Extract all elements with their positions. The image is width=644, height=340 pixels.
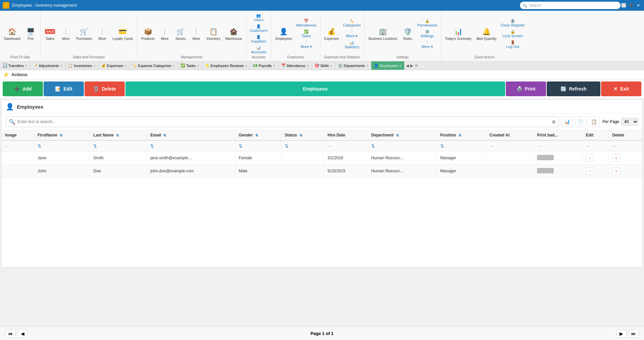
col-gender[interactable]: Gender ⇅ — [235, 130, 281, 140]
ribbon-btn-warehouse[interactable]: 🏚️ Warehouse — [223, 25, 244, 42]
delete-button[interactable]: 🗑️ Delete — [85, 81, 125, 96]
filter-firstname[interactable]: ⇅ — [34, 140, 90, 152]
first-page-button[interactable]: ⏮ — [5, 329, 15, 338]
per-page-select[interactable]: 40 20 100 — [621, 118, 638, 125]
row-edit-button[interactable]: › — [586, 167, 594, 175]
row-delete-button[interactable]: × — [612, 167, 620, 175]
ribbon-btn-business-locations[interactable]: 🏢 Business Locations — [367, 25, 399, 42]
export-pdf[interactable]: 📄 — [575, 116, 586, 127]
ribbon-btn-suppliers[interactable]: 👤 Suppliers — [249, 34, 269, 44]
ribbon-btn-expenses[interactable]: 💰 Expenses — [322, 25, 341, 42]
ribbon-btn-pos[interactable]: 🖥️ Pos — [23, 25, 38, 42]
tab-close-expense-categories[interactable]: × — [173, 64, 175, 68]
ribbon-btn-tasks[interactable]: ✅ Tasks — [294, 29, 318, 39]
ribbon-btn-permissions[interactable]: 🔒 Permissions — [416, 18, 439, 28]
ribbon-btn-inventory[interactable]: 📋 Inventory — [205, 25, 222, 42]
row-delete-button[interactable]: × — [612, 154, 620, 162]
tab-transfers[interactable]: 🔄 Transfers × — [0, 61, 30, 70]
search-clear-icon[interactable]: ⊗ — [552, 119, 556, 124]
ribbon-btn-more-stocks[interactable]: ⋮ More — [189, 25, 204, 42]
ribbon-btn-accounts[interactable]: 📊 Accounts — [249, 45, 269, 55]
ribbon-btn-more-settings[interactable]: ⋮ More ▾ — [416, 40, 439, 50]
tab-attendance[interactable]: 📅 Attendance × — [278, 61, 312, 70]
ribbon-btn-products[interactable]: 📦 Products — [139, 25, 156, 42]
tabs-scroll-right[interactable]: ▶ — [410, 63, 413, 68]
tab-close-skills[interactable]: × — [330, 64, 332, 68]
ribbon-btn-stocks[interactable]: 🛒 Stocks — [173, 25, 188, 42]
ribbon-btn-lock-screen[interactable]: 🔒 Lock Screen — [499, 29, 526, 39]
close-icon[interactable]: ✕ — [635, 2, 641, 8]
tab-close-tasks[interactable]: × — [197, 64, 199, 68]
ribbon-btn-settings[interactable]: ⚙️ Settings — [416, 29, 439, 39]
tab-expenses[interactable]: 💰 Expenses × — [99, 61, 130, 70]
filter-email[interactable]: ⇅ — [147, 140, 235, 152]
ribbon-btn-more-products[interactable]: ⋮ More — [157, 25, 172, 42]
ribbon-btn-todays-summary[interactable]: 📊 Today's Summary — [443, 25, 474, 42]
print-button[interactable]: 🖨️ Print — [506, 81, 546, 96]
ribbon-btn-statistics[interactable]: 📊 Statistics — [341, 40, 362, 50]
ribbon-btn-purchases[interactable]: 🛒 Purchases — [74, 25, 94, 42]
filter-lastname[interactable]: ⇅ — [90, 140, 147, 152]
maximize-icon[interactable]: ➕ — [628, 2, 634, 8]
global-search-bar[interactable]: 🔍 Search — [520, 2, 621, 9]
filter-department[interactable]: ⇅ — [368, 140, 437, 152]
col-firstname[interactable]: FirstName ⇅ — [34, 130, 90, 140]
tab-close-payrolls[interactable]: × — [273, 64, 275, 68]
ribbon-btn-customers[interactable]: 👤 Customers — [249, 23, 269, 33]
ribbon-btn-attendances[interactable]: 📅 Attendances — [294, 18, 318, 28]
minimize-icon[interactable]: ⬜ — [621, 2, 627, 8]
ribbon-btn-more-purchases[interactable]: ⋮ More — [95, 25, 110, 42]
ribbon-btn-close-register[interactable]: 🏦 Close Register — [499, 18, 526, 28]
ribbon-btn-employees[interactable]: 👤 Employees — [273, 25, 294, 42]
tab-close-inventories[interactable]: × — [93, 64, 95, 68]
tab-close-adjustments[interactable]: × — [60, 64, 62, 68]
ribbon-btn-loyalty[interactable]: 💳 Loyalty Cards — [110, 25, 135, 42]
tab-close-employees-reviews[interactable]: × — [245, 64, 247, 68]
tab-close-departments[interactable]: × — [366, 64, 368, 68]
ribbon-btn-alert-quantity[interactable]: 🔔 Alert Quantity — [474, 25, 499, 42]
tab-close-attendance[interactable]: × — [307, 64, 309, 68]
ribbon-btn-log-out[interactable]: 🚪 Log Out — [499, 40, 526, 49]
tab-expense-categories[interactable]: 🏷️ Expense Categories × — [129, 61, 178, 70]
filter-gender[interactable]: ⇅ — [235, 140, 281, 152]
tab-adjustments[interactable]: 📝 Adjustments × — [30, 61, 65, 70]
filter-position[interactable]: ⇅ — [437, 140, 486, 152]
tab-close-expenses[interactable]: × — [124, 64, 126, 68]
export-excel-green[interactable]: 📊 — [561, 116, 573, 127]
ribbon-btn-users[interactable]: 👥 Users — [249, 13, 269, 22]
next-page-button[interactable]: ▶ — [616, 329, 627, 338]
tab-close-transfers[interactable]: × — [25, 64, 27, 68]
col-email[interactable]: Email ⇅ — [147, 130, 235, 140]
col-department[interactable]: Department ⇅ — [368, 130, 437, 140]
tab-skills[interactable]: 🎯 Skills × — [312, 61, 335, 70]
refresh-button[interactable]: 🔄 Refresh — [547, 81, 600, 96]
ribbon-btn-roles[interactable]: 🛡️ Roles — [400, 25, 415, 42]
search-input[interactable] — [17, 119, 552, 124]
tabs-close-all[interactable]: ✕ — [415, 63, 418, 68]
prev-page-button[interactable]: ◀ — [17, 329, 28, 338]
tab-tasks[interactable]: ✅ Tasks × — [178, 61, 202, 70]
last-page-button[interactable]: ⏭ — [629, 329, 639, 338]
tab-close-employees[interactable]: × — [399, 64, 401, 68]
tab-payrolls[interactable]: 💵 Payrolls × — [250, 61, 278, 70]
col-status[interactable]: Status ⇅ — [281, 130, 324, 140]
ribbon-btn-dashboard[interactable]: 🏠 Dashboard — [2, 25, 22, 42]
tab-employees-reviews[interactable]: ⭐ Employees Reviews × — [202, 61, 250, 70]
ribbon-btn-more-employees[interactable]: ⋮ More ▾ — [294, 40, 318, 50]
ribbon-btn-categories[interactable]: 🏷️ Categories — [341, 18, 362, 28]
edit-button[interactable]: 📝 Edit — [44, 81, 84, 96]
col-position[interactable]: Position ⇅ — [437, 130, 486, 140]
col-lastname[interactable]: Last Name ⇅ — [90, 130, 147, 140]
tab-inventories[interactable]: 📋 Inventories × — [65, 61, 98, 70]
ribbon-btn-sales[interactable]: SALE Sales — [43, 25, 58, 42]
tabs-scroll-left[interactable]: ◀ — [406, 63, 409, 68]
tab-departments[interactable]: 🏢 Departments × — [335, 61, 371, 70]
ribbon-btn-more-sales[interactable]: ⋮ More — [58, 25, 73, 42]
ribbon-btn-more-expenses[interactable]: ⋮ More ▾ — [341, 29, 362, 39]
exit-button[interactable]: ✕ Exit — [601, 81, 641, 96]
row-edit-button[interactable]: › — [586, 154, 594, 162]
filter-status[interactable]: ⇅ — [281, 140, 324, 152]
tab-employees[interactable]: 👤 Employees × — [371, 61, 405, 70]
add-button[interactable]: ➕ Add — [3, 81, 43, 96]
export-excel-blue[interactable]: 📋 — [588, 116, 600, 127]
